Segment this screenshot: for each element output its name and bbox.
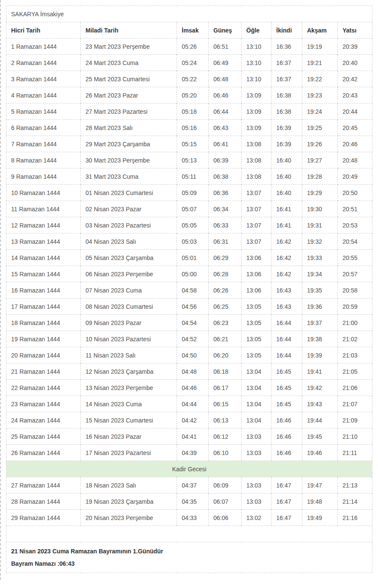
yatsi-time-cell: 21:13 xyxy=(338,477,372,493)
table-row: 25 Ramazan 144416 Nisan 2023 Pazar04:410… xyxy=(6,428,372,445)
header-row: Hicri Tarih Miladi Tarih İmsak Güneş Öğl… xyxy=(6,22,372,38)
imsakiye-page: SAKARYA İmsakiye Hicri Tarih Miladi Tari… xyxy=(0,0,378,588)
miladi-tarih-cell: 25 Mart 2023 Cumartesi xyxy=(81,71,177,87)
gunes-time-cell: 06:48 xyxy=(209,71,242,87)
hicri-tarih-cell: 13 Ramazan 1444 xyxy=(6,233,81,250)
miladi-tarih-cell: 30 Mart 2023 Perşembe xyxy=(81,152,177,168)
imsak-time-cell: 04:50 xyxy=(177,347,209,363)
gunes-time-cell: 06:18 xyxy=(209,363,242,380)
gunes-time-cell: 06:34 xyxy=(209,201,242,217)
miladi-tarih-cell: 27 Mart 2023 Pazartesi xyxy=(81,103,177,120)
miladi-tarih-cell: 28 Mart 2023 Salı xyxy=(81,120,177,136)
aksam-time-cell: 19:22 xyxy=(302,71,338,87)
table-row: 13 Ramazan 144404 Nisan 2023 Salı05:0306… xyxy=(6,233,372,250)
table-row: 23 Ramazan 144414 Nisan 2023 Cuma04:4406… xyxy=(6,396,372,412)
aksam-time-cell: 19:36 xyxy=(302,298,338,315)
aksam-time-cell: 19:25 xyxy=(302,120,338,136)
table-row: 5 Ramazan 144427 Mart 2023 Pazartesi05:1… xyxy=(6,103,372,120)
gunes-time-cell: 06:17 xyxy=(209,380,242,396)
miladi-tarih-cell: 17 Nisan 2023 Pazartesi xyxy=(81,445,177,461)
ogle-time-cell: 13:09 xyxy=(242,120,272,136)
miladi-tarih-cell: 23 Mart 2023 Perşembe xyxy=(81,38,177,55)
imsak-time-cell: 04:35 xyxy=(177,493,209,510)
ikindi-time-cell: 16:47 xyxy=(272,477,302,493)
miladi-tarih-cell: 18 Nisan 2023 Salı xyxy=(81,477,177,493)
yatsi-time-cell: 21:00 xyxy=(338,315,372,331)
yatsi-time-cell: 21:16 xyxy=(338,510,372,526)
aksam-time-cell: 19:43 xyxy=(302,396,338,412)
kadir-gecesi-label: Kadir Gecesi xyxy=(6,461,372,477)
table-row: 15 Ramazan 144406 Nisan 2023 Perşembe05:… xyxy=(6,266,372,282)
ikindi-time-cell: 16:45 xyxy=(272,363,302,380)
imsak-time-cell: 04:39 xyxy=(177,445,209,461)
miladi-tarih-cell: 16 Nisan 2023 Pazar xyxy=(81,428,177,445)
miladi-tarih-cell: 01 Nisan 2023 Cumartesi xyxy=(81,185,177,201)
table-row: 3 Ramazan 144425 Mart 2023 Cumartesi05:2… xyxy=(6,71,372,87)
ogle-time-cell: 13:04 xyxy=(242,380,272,396)
hicri-tarih-cell: 19 Ramazan 1444 xyxy=(6,331,81,347)
gunes-time-cell: 06:41 xyxy=(209,136,242,152)
miladi-tarih-cell: 24 Mart 2023 Cuma xyxy=(81,55,177,71)
ogle-time-cell: 13:07 xyxy=(242,185,272,201)
aksam-time-cell: 19:35 xyxy=(302,282,338,298)
table-row: 9 Ramazan 144431 Mart 2023 Cuma05:1106:3… xyxy=(6,168,372,185)
yatsi-time-cell: 21:02 xyxy=(338,331,372,347)
miladi-tarih-cell: 03 Nisan 2023 Pazartesi xyxy=(81,217,177,233)
hicri-tarih-cell: 27 Ramazan 1444 xyxy=(6,477,81,493)
gunes-time-cell: 06:25 xyxy=(209,298,242,315)
hicri-tarih-cell: 20 Ramazan 1444 xyxy=(6,347,81,363)
prayer-times-body: 1 Ramazan 144423 Mart 2023 Perşembe05:26… xyxy=(6,38,372,526)
gunes-time-cell: 06:36 xyxy=(209,185,242,201)
ikindi-time-cell: 16:44 xyxy=(272,315,302,331)
ikindi-time-cell: 16:37 xyxy=(272,55,302,71)
imsak-time-cell: 04:56 xyxy=(177,298,209,315)
kadir-gecesi-row: Kadir Gecesi xyxy=(6,461,372,477)
miladi-tarih-cell: 20 Nisan 2023 Perşembe xyxy=(81,510,177,526)
imsak-time-cell: 04:42 xyxy=(177,412,209,428)
yatsi-time-cell: 21:09 xyxy=(338,412,372,428)
table-row: 1 Ramazan 144423 Mart 2023 Perşembe05:26… xyxy=(6,38,372,55)
imsak-time-cell: 04:48 xyxy=(177,363,209,380)
hicri-tarih-cell: 11 Ramazan 1444 xyxy=(6,201,81,217)
table-row: 12 Ramazan 144403 Nisan 2023 Pazartesi05… xyxy=(6,217,372,233)
yatsi-time-cell: 20:51 xyxy=(338,201,372,217)
ogle-time-cell: 13:10 xyxy=(242,55,272,71)
imsak-time-cell: 05:16 xyxy=(177,120,209,136)
gunes-time-cell: 06:06 xyxy=(209,510,242,526)
imsak-time-cell: 05:18 xyxy=(177,103,209,120)
imsak-time-cell: 05:13 xyxy=(177,152,209,168)
aksam-time-cell: 19:39 xyxy=(302,347,338,363)
imsak-time-cell: 04:46 xyxy=(177,380,209,396)
yatsi-time-cell: 20:57 xyxy=(338,266,372,282)
ikindi-time-cell: 16:47 xyxy=(272,510,302,526)
page-title: SAKARYA İmsakiye xyxy=(6,6,372,22)
imsak-time-cell: 04:37 xyxy=(177,477,209,493)
ogle-time-cell: 13:05 xyxy=(242,315,272,331)
imsak-time-cell: 05:07 xyxy=(177,201,209,217)
hicri-tarih-cell: 2 Ramazan 1444 xyxy=(6,55,81,71)
imsakiye-table: SAKARYA İmsakiye Hicri Tarih Miladi Tari… xyxy=(6,6,372,573)
ikindi-time-cell: 16:41 xyxy=(272,201,302,217)
table-row: 22 Ramazan 144413 Nisan 2023 Perşembe04:… xyxy=(6,380,372,396)
ogle-time-cell: 13:04 xyxy=(242,396,272,412)
miladi-tarih-cell: 10 Nisan 2023 Pazartesi xyxy=(81,331,177,347)
footer-row: 21 Nisan 2023 Cuma Ramazan Bayramının 1.… xyxy=(6,542,372,573)
yatsi-time-cell: 21:05 xyxy=(338,363,372,380)
gunes-time-cell: 06:09 xyxy=(209,477,242,493)
imsak-time-cell: 05:24 xyxy=(177,55,209,71)
ikindi-time-cell: 16:44 xyxy=(272,347,302,363)
hicri-tarih-cell: 22 Ramazan 1444 xyxy=(6,380,81,396)
ikindi-time-cell: 16:43 xyxy=(272,282,302,298)
ogle-time-cell: 13:04 xyxy=(242,363,272,380)
hicri-tarih-cell: 17 Ramazan 1444 xyxy=(6,298,81,315)
table-row: 17 Ramazan 144408 Nisan 2023 Cumartesi04… xyxy=(6,298,372,315)
gunes-time-cell: 06:49 xyxy=(209,55,242,71)
imsak-time-cell: 05:22 xyxy=(177,71,209,87)
ikindi-time-cell: 16:44 xyxy=(272,331,302,347)
miladi-tarih-cell: 05 Nisan 2023 Çarşamba xyxy=(81,250,177,266)
aksam-time-cell: 19:49 xyxy=(302,510,338,526)
gunes-time-cell: 06:46 xyxy=(209,87,242,103)
miladi-tarih-cell: 13 Nisan 2023 Perşembe xyxy=(81,380,177,396)
hicri-tarih-cell: 24 Ramazan 1444 xyxy=(6,412,81,428)
aksam-time-cell: 19:33 xyxy=(302,250,338,266)
